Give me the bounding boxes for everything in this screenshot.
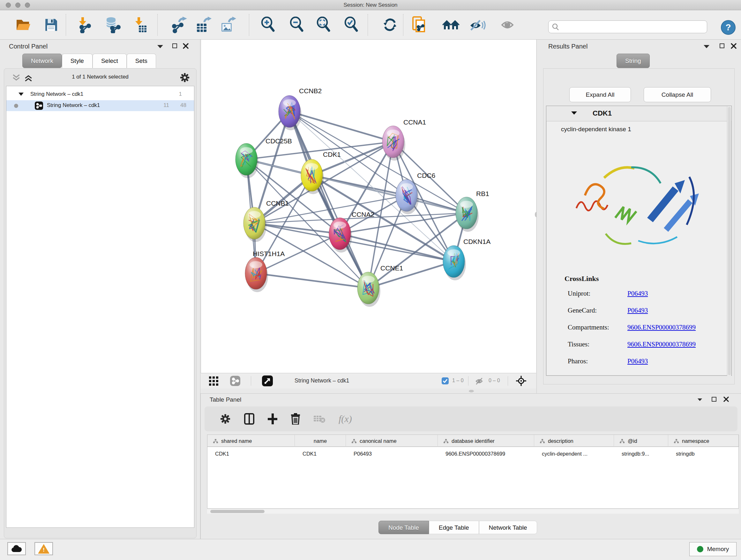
table-cell[interactable]: CDK1	[295, 448, 346, 460]
table-cell[interactable]: stringdb	[668, 448, 739, 460]
gear-icon[interactable]	[220, 414, 231, 424]
fit-selected-crosshair-icon[interactable]	[516, 376, 526, 386]
column-header-canonical-name[interactable]: canonical name	[346, 435, 438, 447]
tab-network[interactable]: Network	[22, 54, 62, 68]
crosslink-value-link[interactable]: P06493	[627, 357, 648, 365]
birds-eye-grid-icon[interactable]	[209, 376, 219, 386]
network-edge[interactable]	[256, 273, 368, 288]
warning-button[interactable]: !	[35, 542, 53, 555]
clone-network-button[interactable]	[410, 16, 428, 34]
delete-column-trash-icon[interactable]	[291, 413, 300, 425]
zoom-fit-button[interactable]	[315, 16, 333, 34]
panel-menu-icon[interactable]	[704, 45, 710, 48]
network-edge[interactable]	[289, 111, 368, 288]
hide-selected-eye-button[interactable]	[468, 16, 486, 34]
search-input[interactable]	[559, 21, 707, 32]
network-node-CCNA2[interactable]	[329, 218, 352, 253]
refresh-view-button[interactable]	[381, 16, 399, 34]
table-cell[interactable]: 9606.ENSP00000378699	[438, 448, 534, 460]
crosslink-value-link[interactable]: P06493	[627, 307, 648, 314]
import-network-database-button[interactable]	[104, 16, 121, 34]
expand-all-button[interactable]: Expand All	[569, 87, 631, 102]
crosslink-value-link[interactable]: 9606.ENSP00000378699	[627, 340, 696, 348]
network-graph[interactable]: CCNB2CCNA1CDC25BCDK1CDC6RB1CCNB1CCNA2CDK…	[201, 40, 536, 373]
import-network-file-button[interactable]	[75, 16, 93, 34]
panel-menu-icon[interactable]	[697, 398, 702, 401]
show-columns-icon[interactable]	[244, 413, 254, 425]
save-session-button[interactable]	[42, 16, 60, 34]
network-node-HIST1H1A[interactable]	[245, 257, 268, 292]
column-header-name[interactable]: name	[295, 435, 346, 447]
tab-select[interactable]: Select	[92, 54, 127, 68]
panel-float-icon[interactable]	[720, 44, 724, 48]
column-header--id[interactable]: @id	[614, 435, 668, 447]
column-header-namespace[interactable]: namespace	[668, 435, 739, 447]
network-edge[interactable]	[254, 223, 340, 234]
results-scrollbar[interactable]	[727, 106, 731, 376]
window-close-light[interactable]	[6, 3, 11, 8]
table-cell[interactable]: cyclin-dependent ...	[534, 448, 614, 460]
column-header-shared-name[interactable]: shared name	[207, 435, 295, 447]
tab-sets[interactable]: Sets	[127, 54, 156, 68]
string-panel-toggle-icon[interactable]	[230, 376, 240, 386]
collapse-all-button[interactable]: Collapse All	[644, 87, 711, 102]
zoom-selected-button[interactable]	[342, 16, 360, 34]
splitter-knob[interactable]	[469, 390, 474, 392]
panel-menu-icon[interactable]	[157, 45, 163, 48]
node-table[interactable]: shared namenamecanonical namedatabase id…	[207, 435, 739, 509]
table-hscrollbar[interactable]	[207, 509, 739, 514]
zoom-out-button[interactable]	[288, 16, 306, 34]
network-home-button[interactable]	[442, 16, 460, 34]
cloud-button[interactable]	[7, 542, 26, 555]
network-view-canvas[interactable]: CCNB2CCNA1CDC25BCDK1CDC6RB1CCNB1CCNA2CDK…	[201, 40, 536, 373]
network-row-selected[interactable]: String Network – cdk1 11 48	[6, 100, 194, 111]
open-in-new-window-icon[interactable]	[262, 375, 273, 386]
import-table-file-button[interactable]	[131, 16, 149, 34]
table-hscrollbar-thumb[interactable]	[210, 510, 265, 513]
tab-network-table[interactable]: Network Table	[479, 521, 537, 534]
tab-string[interactable]: String	[616, 54, 650, 68]
delete-table-icon[interactable]	[314, 415, 325, 423]
show-all-eye-button[interactable]	[499, 16, 517, 34]
table-cell[interactable]: stringdb:9...	[614, 448, 668, 460]
zoom-in-button[interactable]	[259, 16, 277, 34]
window-zoom-light[interactable]	[25, 3, 30, 8]
create-column-plus-icon[interactable]	[268, 414, 277, 424]
help-button[interactable]: ?	[721, 20, 736, 35]
table-cell[interactable]: CDK1	[207, 448, 295, 460]
selected-count-checkbox[interactable]	[442, 377, 449, 384]
tab-style[interactable]: Style	[62, 54, 92, 68]
network-node-CDKN1A[interactable]	[443, 246, 466, 280]
export-image-button[interactable]	[219, 16, 237, 34]
panel-close-icon[interactable]	[731, 43, 737, 49]
gear-icon[interactable]	[180, 72, 190, 83]
panel-close-icon[interactable]	[724, 396, 729, 402]
results-scrollbar-thumb[interactable]	[728, 107, 731, 375]
column-header-description[interactable]: description	[534, 435, 614, 447]
network-node-CCNB2[interactable]	[279, 96, 301, 130]
protein-card-header[interactable]: CDK1	[546, 106, 731, 121]
network-collection-row[interactable]: String Network – cdk1 1	[6, 89, 194, 100]
network-edge[interactable]	[289, 111, 393, 142]
card-collapse-icon[interactable]	[571, 111, 577, 115]
horizontal-splitter[interactable]	[201, 388, 536, 393]
network-node-CCNE1[interactable]	[357, 272, 381, 307]
panel-close-icon[interactable]	[183, 43, 189, 49]
tab-node-table[interactable]: Node Table	[379, 521, 429, 534]
window-minimize-light[interactable]	[15, 3, 20, 8]
crosslink-value-link[interactable]: P06493	[627, 290, 648, 298]
tab-edge-table[interactable]: Edge Table	[429, 521, 479, 534]
column-header-database-identifier[interactable]: database identifier	[438, 435, 534, 447]
crosslink-value-link[interactable]: 9606.ENSP00000378699	[627, 323, 696, 331]
panel-float-icon[interactable]	[172, 44, 177, 48]
table-cell[interactable]: P06493	[346, 448, 438, 460]
network-node-CCNB1[interactable]	[244, 207, 266, 242]
network-node-RB1[interactable]	[456, 197, 479, 232]
memory-button[interactable]: Memory	[689, 542, 737, 556]
function-builder-icon[interactable]: f(x)	[339, 414, 352, 424]
tree-expander-icon[interactable]	[18, 92, 23, 96]
panel-float-icon[interactable]	[712, 397, 717, 401]
open-session-button[interactable]	[14, 16, 32, 34]
export-table-button[interactable]	[194, 16, 212, 34]
export-network-button[interactable]	[170, 16, 188, 34]
